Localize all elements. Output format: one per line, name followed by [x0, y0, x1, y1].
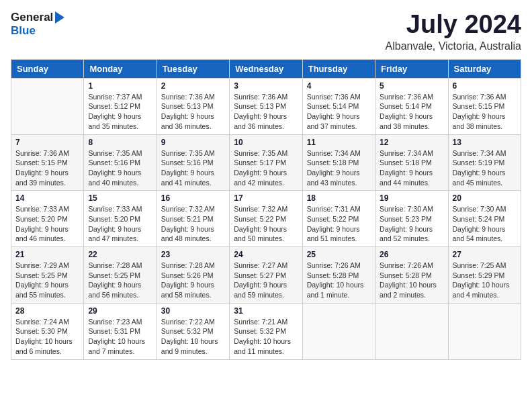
- calendar-week-row: 28Sunrise: 7:24 AMSunset: 5:30 PMDayligh…: [11, 303, 521, 359]
- day-info: Sunrise: 7:31 AMSunset: 5:22 PMDaylight:…: [307, 204, 371, 244]
- weekday-header-friday: Friday: [375, 59, 448, 78]
- day-number: 2: [161, 81, 225, 91]
- calendar-cell: [302, 303, 375, 359]
- day-number: 15: [88, 193, 152, 203]
- calendar-cell: 12Sunrise: 7:34 AMSunset: 5:18 PMDayligh…: [375, 134, 448, 191]
- day-number: 27: [453, 250, 517, 259]
- day-info: Sunrise: 7:30 AMSunset: 5:23 PMDaylight:…: [380, 204, 443, 244]
- logo-blue: Blue: [11, 24, 36, 38]
- calendar-cell: 6Sunrise: 7:36 AMSunset: 5:15 PMDaylight…: [448, 78, 521, 134]
- title-area: July 2024 Albanvale, Victoria, Australia: [386, 11, 521, 52]
- day-info: Sunrise: 7:34 AMSunset: 5:19 PMDaylight:…: [453, 148, 517, 188]
- day-number: 3: [234, 81, 298, 91]
- day-info: Sunrise: 7:21 AMSunset: 5:32 PMDaylight:…: [234, 317, 298, 357]
- calendar-cell: 11Sunrise: 7:34 AMSunset: 5:18 PMDayligh…: [302, 134, 375, 191]
- day-info: Sunrise: 7:25 AMSunset: 5:29 PMDaylight:…: [453, 261, 517, 300]
- calendar-cell: 18Sunrise: 7:31 AMSunset: 5:22 PMDayligh…: [302, 191, 375, 247]
- calendar-cell: 25Sunrise: 7:26 AMSunset: 5:28 PMDayligh…: [302, 247, 375, 304]
- calendar-week-row: 21Sunrise: 7:29 AMSunset: 5:25 PMDayligh…: [11, 247, 521, 304]
- calendar-cell: 19Sunrise: 7:30 AMSunset: 5:23 PMDayligh…: [375, 191, 448, 247]
- day-info: Sunrise: 7:36 AMSunset: 5:15 PMDaylight:…: [15, 148, 79, 188]
- day-info: Sunrise: 7:35 AMSunset: 5:16 PMDaylight:…: [88, 148, 152, 188]
- weekday-header-sunday: Sunday: [11, 59, 84, 78]
- day-number: 31: [234, 306, 298, 316]
- calendar-cell: [448, 303, 521, 359]
- day-number: 22: [88, 250, 152, 259]
- day-info: Sunrise: 7:32 AMSunset: 5:21 PMDaylight:…: [161, 204, 225, 244]
- calendar-week-row: 14Sunrise: 7:33 AMSunset: 5:20 PMDayligh…: [11, 191, 521, 247]
- day-info: Sunrise: 7:30 AMSunset: 5:24 PMDaylight:…: [453, 204, 517, 244]
- calendar-cell: 24Sunrise: 7:27 AMSunset: 5:27 PMDayligh…: [230, 247, 302, 304]
- day-number: 12: [380, 138, 443, 147]
- calendar-cell: 21Sunrise: 7:29 AMSunset: 5:25 PMDayligh…: [11, 247, 84, 304]
- calendar-cell: 28Sunrise: 7:24 AMSunset: 5:30 PMDayligh…: [11, 303, 84, 359]
- calendar-cell: 27Sunrise: 7:25 AMSunset: 5:29 PMDayligh…: [448, 247, 521, 304]
- day-info: Sunrise: 7:36 AMSunset: 5:15 PMDaylight:…: [453, 92, 517, 132]
- day-number: 26: [380, 250, 443, 259]
- calendar-cell: 26Sunrise: 7:26 AMSunset: 5:28 PMDayligh…: [375, 247, 448, 304]
- calendar-cell: 20Sunrise: 7:30 AMSunset: 5:24 PMDayligh…: [448, 191, 521, 247]
- day-number: 28: [15, 306, 79, 316]
- day-info: Sunrise: 7:24 AMSunset: 5:30 PMDaylight:…: [15, 317, 79, 357]
- day-info: Sunrise: 7:26 AMSunset: 5:28 PMDaylight:…: [307, 261, 371, 300]
- calendar-cell: 16Sunrise: 7:32 AMSunset: 5:21 PMDayligh…: [157, 191, 229, 247]
- calendar-cell: 14Sunrise: 7:33 AMSunset: 5:20 PMDayligh…: [11, 191, 84, 247]
- day-info: Sunrise: 7:29 AMSunset: 5:25 PMDaylight:…: [15, 261, 79, 300]
- calendar-cell: 29Sunrise: 7:23 AMSunset: 5:31 PMDayligh…: [84, 303, 157, 359]
- weekday-header-saturday: Saturday: [448, 59, 521, 78]
- day-number: 4: [307, 81, 371, 91]
- day-number: 8: [88, 138, 152, 147]
- day-info: Sunrise: 7:36 AMSunset: 5:14 PMDaylight:…: [307, 92, 371, 132]
- calendar-cell: 23Sunrise: 7:28 AMSunset: 5:26 PMDayligh…: [157, 247, 229, 304]
- day-info: Sunrise: 7:26 AMSunset: 5:28 PMDaylight:…: [380, 261, 443, 300]
- calendar-cell: 8Sunrise: 7:35 AMSunset: 5:16 PMDaylight…: [84, 134, 157, 191]
- day-number: 25: [307, 250, 371, 259]
- logo-general: General: [11, 11, 53, 24]
- day-number: 5: [380, 81, 443, 91]
- day-info: Sunrise: 7:23 AMSunset: 5:31 PMDaylight:…: [88, 317, 152, 357]
- day-info: Sunrise: 7:34 AMSunset: 5:18 PMDaylight:…: [380, 148, 443, 188]
- calendar-cell: [375, 303, 448, 359]
- calendar-cell: 10Sunrise: 7:35 AMSunset: 5:17 PMDayligh…: [230, 134, 302, 191]
- day-number: 18: [307, 193, 371, 203]
- calendar-cell: 22Sunrise: 7:28 AMSunset: 5:25 PMDayligh…: [84, 247, 157, 304]
- calendar-cell: 1Sunrise: 7:37 AMSunset: 5:12 PMDaylight…: [84, 78, 157, 134]
- day-number: 17: [234, 193, 298, 203]
- day-info: Sunrise: 7:33 AMSunset: 5:20 PMDaylight:…: [88, 204, 152, 244]
- calendar-cell: 2Sunrise: 7:36 AMSunset: 5:13 PMDaylight…: [157, 78, 229, 134]
- day-info: Sunrise: 7:35 AMSunset: 5:17 PMDaylight:…: [234, 148, 298, 188]
- day-number: 29: [88, 306, 152, 316]
- day-info: Sunrise: 7:37 AMSunset: 5:12 PMDaylight:…: [88, 92, 152, 132]
- month-title: July 2024: [386, 11, 521, 39]
- day-number: 23: [161, 250, 225, 259]
- day-number: 14: [15, 193, 79, 203]
- calendar-cell: 31Sunrise: 7:21 AMSunset: 5:32 PMDayligh…: [230, 303, 302, 359]
- day-number: 20: [453, 193, 517, 203]
- weekday-header-monday: Monday: [84, 59, 157, 78]
- day-info: Sunrise: 7:28 AMSunset: 5:26 PMDaylight:…: [161, 261, 225, 300]
- calendar-cell: 7Sunrise: 7:36 AMSunset: 5:15 PMDaylight…: [11, 134, 84, 191]
- day-info: Sunrise: 7:36 AMSunset: 5:14 PMDaylight:…: [380, 92, 443, 132]
- calendar-cell: 13Sunrise: 7:34 AMSunset: 5:19 PMDayligh…: [448, 134, 521, 191]
- day-info: Sunrise: 7:36 AMSunset: 5:13 PMDaylight:…: [234, 92, 298, 132]
- calendar-cell: 17Sunrise: 7:32 AMSunset: 5:22 PMDayligh…: [230, 191, 302, 247]
- day-number: 24: [234, 250, 298, 259]
- logo: General Blue: [11, 11, 64, 38]
- calendar-cell: 30Sunrise: 7:22 AMSunset: 5:32 PMDayligh…: [157, 303, 229, 359]
- day-number: 11: [307, 138, 371, 147]
- logo-triangle-icon: [55, 11, 64, 24]
- day-info: Sunrise: 7:32 AMSunset: 5:22 PMDaylight:…: [234, 204, 298, 244]
- day-number: 30: [161, 306, 225, 316]
- calendar-cell: 4Sunrise: 7:36 AMSunset: 5:14 PMDaylight…: [302, 78, 375, 134]
- day-number: 16: [161, 193, 225, 203]
- day-info: Sunrise: 7:27 AMSunset: 5:27 PMDaylight:…: [234, 261, 298, 300]
- day-info: Sunrise: 7:33 AMSunset: 5:20 PMDaylight:…: [15, 204, 79, 244]
- day-number: 13: [453, 138, 517, 147]
- day-number: 6: [453, 81, 517, 91]
- weekday-header-thursday: Thursday: [302, 59, 375, 78]
- day-number: 19: [380, 193, 443, 203]
- day-number: 1: [88, 81, 152, 91]
- calendar: SundayMondayTuesdayWednesdayThursdayFrid…: [11, 59, 521, 360]
- calendar-cell: 5Sunrise: 7:36 AMSunset: 5:14 PMDaylight…: [375, 78, 448, 134]
- day-info: Sunrise: 7:36 AMSunset: 5:13 PMDaylight:…: [161, 92, 225, 132]
